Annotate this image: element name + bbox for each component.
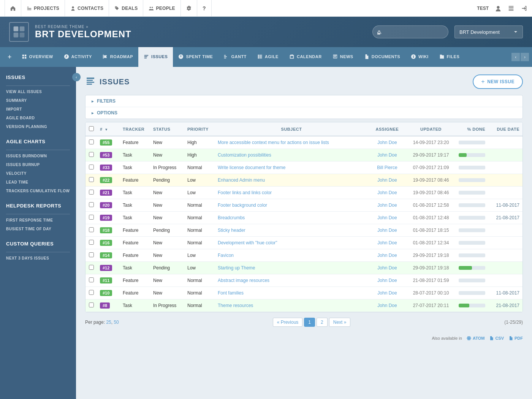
nav-item-settings[interactable]: [181, 0, 197, 17]
row-checkbox[interactable]: [89, 290, 94, 295]
row-checkbox[interactable]: [89, 277, 94, 282]
assignee-link[interactable]: John Doe: [377, 290, 397, 296]
sidebar-link-summary[interactable]: SUMMARY: [0, 96, 76, 105]
scroll-right-arrow[interactable]: ›: [521, 53, 529, 61]
issue-subject-link[interactable]: Footer links and links color: [218, 190, 272, 195]
select-all-checkbox[interactable]: [89, 126, 94, 131]
th-pct-done[interactable]: % DONE: [456, 122, 488, 136]
issue-badge[interactable]: #8: [100, 302, 110, 309]
new-issue-button[interactable]: + NEW ISSUE: [473, 74, 523, 89]
add-tab-button[interactable]: +: [3, 53, 16, 61]
th-due-date[interactable]: DUE DATE: [488, 122, 522, 136]
tab-files[interactable]: FILES: [434, 47, 465, 67]
assignee-link[interactable]: John Doe: [377, 228, 397, 233]
assignee-link[interactable]: John Doe: [377, 177, 397, 183]
sidebar-link-next-3-days[interactable]: NEXT 3 DAYS ISSUES: [0, 254, 76, 263]
th-number[interactable]: # ▼: [97, 122, 120, 136]
tab-activity[interactable]: ACTIVITY: [59, 47, 97, 67]
issue-subject-link[interactable]: Font families: [218, 290, 244, 296]
issue-badge[interactable]: #53: [100, 152, 112, 158]
issue-subject-link[interactable]: Sticky header: [218, 228, 245, 233]
assignee-link[interactable]: John Doe: [377, 278, 397, 283]
header-search-box[interactable]: [372, 25, 448, 38]
assignee-link[interactable]: John Doe: [377, 240, 397, 245]
tab-news[interactable]: NEWS: [327, 47, 359, 67]
nav-item-people[interactable]: PEOPLE: [143, 0, 180, 17]
search-input[interactable]: [385, 29, 443, 35]
issue-subject-link[interactable]: Development with "hue color": [218, 240, 277, 245]
assignee-link[interactable]: John Doe: [377, 303, 397, 308]
nav-item-contacts[interactable]: CONTACTS: [65, 0, 109, 17]
sidebar-link-version-planning[interactable]: VERSION PLANNING: [0, 122, 76, 131]
row-checkbox[interactable]: [89, 227, 94, 232]
filters-row[interactable]: ► FILTERS: [86, 95, 522, 107]
tab-calendar[interactable]: CALENDAR: [284, 47, 327, 67]
issue-badge[interactable]: #21: [100, 190, 112, 196]
assignee-link[interactable]: John Doe: [377, 265, 397, 271]
row-checkbox[interactable]: [89, 302, 94, 307]
assignee-link[interactable]: John Doe: [377, 152, 397, 158]
nav-item-help[interactable]: ?: [197, 0, 212, 17]
tab-agile[interactable]: AGILE: [252, 47, 284, 67]
project-selector[interactable]: BRT Development: [454, 25, 523, 38]
th-assignee[interactable]: ASSIGNEE: [368, 122, 406, 136]
tab-documents[interactable]: DOCUMENTS: [359, 47, 405, 67]
scroll-left-arrow[interactable]: ‹: [511, 53, 520, 61]
th-status[interactable]: STATUS: [150, 122, 184, 136]
user-icon[interactable]: [495, 5, 502, 12]
sidebar-link-trackers[interactable]: TRACKERS CUMULATIVE FLOW: [0, 187, 76, 195]
issue-subject-link[interactable]: Footer background color: [218, 203, 267, 208]
home-nav-item[interactable]: [5, 0, 21, 17]
issue-subject-link[interactable]: Write license document for theme: [218, 165, 286, 170]
issue-badge[interactable]: #10: [100, 290, 112, 296]
issue-badge[interactable]: #18: [100, 227, 112, 233]
th-tracker[interactable]: TRACKER: [120, 122, 150, 136]
issue-badge[interactable]: #16: [100, 240, 112, 246]
page-1-button[interactable]: 1: [304, 318, 315, 327]
issue-badge[interactable]: #12: [100, 265, 112, 271]
row-checkbox[interactable]: [89, 190, 94, 195]
issue-badge[interactable]: #33: [100, 165, 112, 171]
row-checkbox[interactable]: [89, 152, 94, 157]
issue-badge[interactable]: #19: [100, 215, 112, 221]
row-checkbox[interactable]: [89, 265, 94, 270]
issue-badge[interactable]: #11: [100, 277, 112, 283]
profile-icon[interactable]: [508, 5, 515, 12]
assignee-link[interactable]: John Doe: [377, 215, 397, 220]
tab-issues[interactable]: ISSUES: [138, 47, 173, 67]
issue-subject-link[interactable]: Starting up Theme: [218, 265, 255, 271]
row-checkbox[interactable]: [89, 252, 94, 257]
next-page-button[interactable]: Next »: [329, 318, 351, 327]
sidebar-link-busiest-time[interactable]: BUSIEST TIME OF DAY: [0, 225, 76, 233]
sidebar-link-lead-time[interactable]: LEAD TIME: [0, 178, 76, 187]
th-updated[interactable]: UPDATED: [406, 122, 456, 136]
per-page-25[interactable]: 25: [106, 320, 111, 325]
issue-badge[interactable]: #20: [100, 202, 112, 208]
nav-item-projects[interactable]: PROJECTS: [21, 0, 65, 17]
assignee-link[interactable]: John Doe: [377, 190, 397, 195]
issue-subject-link[interactable]: More accessible context menu for actions…: [218, 140, 329, 145]
sidebar-link-view-all-issues[interactable]: VIEW ALL ISSUES: [0, 87, 76, 96]
issue-badge[interactable]: #55: [100, 139, 112, 146]
tab-spent-time[interactable]: SPENT TIME: [173, 47, 218, 67]
export-csv-link[interactable]: CSV: [489, 336, 504, 340]
row-checkbox[interactable]: [89, 215, 94, 220]
sidebar-link-burndown[interactable]: ISSUES BURNDOWN: [0, 152, 76, 160]
row-checkbox[interactable]: [89, 202, 94, 207]
tab-wiki[interactable]: WIKI: [405, 47, 434, 67]
user-label[interactable]: TEST: [477, 6, 489, 11]
issue-subject-link[interactable]: Theme resources: [218, 303, 253, 308]
issue-badge[interactable]: #22: [100, 177, 112, 183]
sidebar-link-first-response[interactable]: FIRST RESPONSE TIME: [0, 216, 76, 225]
logout-icon[interactable]: [521, 5, 527, 12]
row-checkbox[interactable]: [89, 240, 94, 245]
sidebar-link-agile-board[interactable]: AGILE BOARD: [0, 114, 76, 122]
issue-subject-link[interactable]: Abstract image resources: [218, 278, 269, 283]
assignee-link[interactable]: John Doe: [377, 140, 397, 145]
tab-roadmap[interactable]: ROADMAP: [97, 47, 138, 67]
export-atom-link[interactable]: ATOM: [467, 336, 484, 340]
per-page-50[interactable]: 50: [114, 320, 119, 325]
tab-gantt[interactable]: GANTT: [218, 47, 252, 67]
row-checkbox[interactable]: [89, 177, 94, 182]
issue-subject-link[interactable]: Favicon: [218, 253, 234, 258]
